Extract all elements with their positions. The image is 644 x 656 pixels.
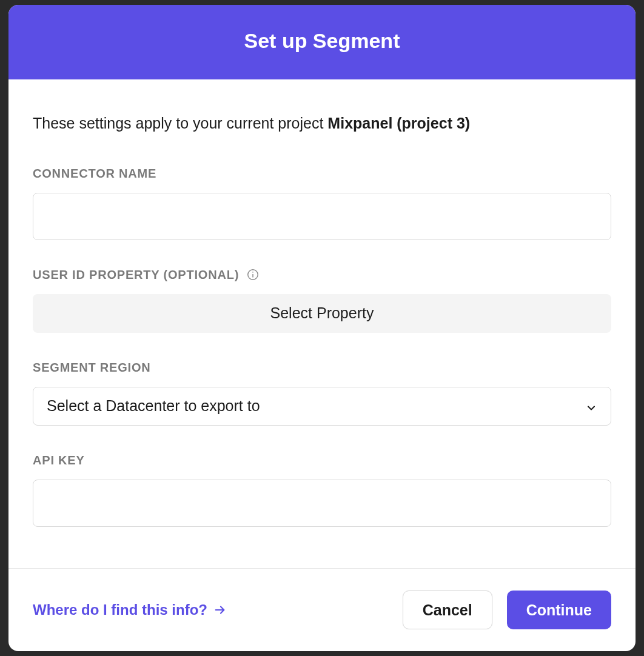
footer-buttons: Cancel Continue xyxy=(403,591,611,629)
connector-name-input[interactable] xyxy=(33,193,611,240)
modal-body: These settings apply to your current pro… xyxy=(8,79,636,568)
intro-project-name: Mixpanel (project 3) xyxy=(327,115,470,132)
field-segment-region: SEGMENT REGION Select a Datacenter to ex… xyxy=(33,361,611,426)
select-property-button[interactable]: Select Property xyxy=(33,294,611,333)
help-link[interactable]: Where do I find this info? xyxy=(33,601,227,618)
continue-button[interactable]: Continue xyxy=(507,591,611,629)
intro-prefix: These settings apply to your current pro… xyxy=(33,115,327,132)
intro-text: These settings apply to your current pro… xyxy=(33,113,611,134)
segment-region-label: SEGMENT REGION xyxy=(33,361,611,375)
api-key-label: API KEY xyxy=(33,454,611,467)
user-id-property-label-text: USER ID PROPERTY (OPTIONAL) xyxy=(33,268,239,282)
setup-modal: Set up Segment These settings apply to y… xyxy=(8,5,636,651)
info-icon[interactable] xyxy=(246,268,260,281)
field-connector-name: CONNECTOR NAME xyxy=(33,167,611,240)
modal-title: Set up Segment xyxy=(244,29,400,52)
modal-header: Set up Segment xyxy=(8,5,636,79)
svg-point-2 xyxy=(252,272,253,273)
cancel-button[interactable]: Cancel xyxy=(403,591,492,629)
modal-footer: Where do I find this info? Cancel Contin… xyxy=(8,568,636,651)
field-api-key: API KEY xyxy=(33,454,611,527)
user-id-property-label: USER ID PROPERTY (OPTIONAL) xyxy=(33,268,611,282)
chevron-down-icon xyxy=(585,400,597,412)
connector-name-label: CONNECTOR NAME xyxy=(33,167,611,181)
help-link-text: Where do I find this info? xyxy=(33,601,207,618)
arrow-right-icon xyxy=(213,603,227,617)
field-user-id-property: USER ID PROPERTY (OPTIONAL) Select Prope… xyxy=(33,268,611,333)
api-key-input[interactable] xyxy=(33,480,611,527)
segment-region-select[interactable]: Select a Datacenter to export to xyxy=(33,387,611,426)
segment-region-placeholder: Select a Datacenter to export to xyxy=(47,397,260,415)
